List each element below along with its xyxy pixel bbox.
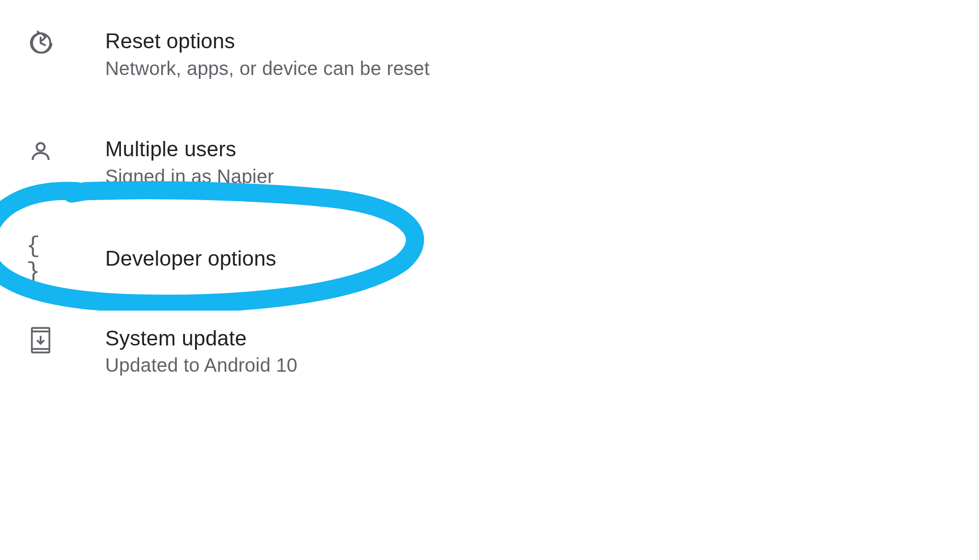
setting-item-developer-options[interactable]: { } Developer options — [26, 245, 979, 273]
setting-subtitle: Updated to Android 10 — [105, 355, 297, 376]
restore-icon — [26, 29, 55, 57]
setting-title: Reset options — [105, 29, 430, 54]
setting-item-multiple-users[interactable]: Multiple users Signed in as Napier — [26, 137, 979, 187]
setting-title: System update — [105, 326, 297, 351]
svg-point-1 — [37, 143, 45, 151]
setting-title: Multiple users — [105, 137, 274, 162]
setting-text: Developer options — [105, 246, 276, 271]
setting-text: Multiple users Signed in as Napier — [105, 137, 274, 187]
system-update-icon — [26, 326, 55, 355]
setting-text: Reset options Network, apps, or device c… — [105, 29, 430, 79]
braces-icon: { } — [26, 245, 55, 273]
setting-item-system-update[interactable]: System update Updated to Android 10 — [26, 326, 979, 377]
setting-item-reset-options[interactable]: Reset options Network, apps, or device c… — [26, 29, 979, 79]
settings-list: Reset options Network, apps, or device c… — [0, 0, 979, 376]
setting-text: System update Updated to Android 10 — [105, 326, 297, 377]
setting-subtitle: Signed in as Napier — [105, 166, 274, 187]
svg-marker-0 — [37, 30, 41, 36]
setting-subtitle: Network, apps, or device can be reset — [105, 58, 430, 79]
person-icon — [26, 137, 55, 165]
setting-title: Developer options — [105, 246, 276, 271]
